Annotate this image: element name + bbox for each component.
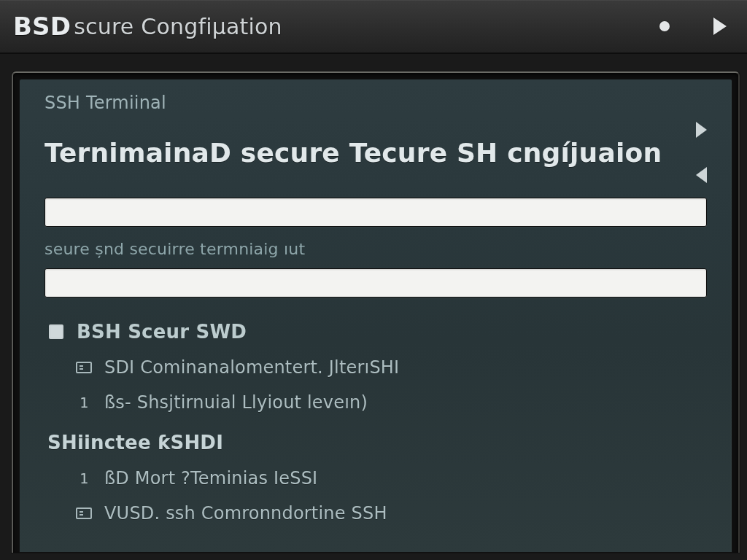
command-icon <box>75 359 93 376</box>
options-list: BSH Sceur SWD SDI Cominanalomentert. Jlt… <box>44 314 707 531</box>
option-section-2: SHiinctee ƙSHDI <box>44 424 707 461</box>
config-panel: SSH Termiinal TernimainaD secure Tecure … <box>19 79 732 553</box>
option-sub-3-label: ßD Mort ?Teminias IeSSI <box>104 468 317 489</box>
option-main[interactable]: BSH Sceur SWD <box>44 314 707 350</box>
panel-eyebrow: SSH Termiinal <box>44 93 707 113</box>
config-input-1[interactable] <box>44 198 707 227</box>
status-dot-icon[interactable] <box>659 21 670 31</box>
number-1-icon: 1 <box>75 394 93 411</box>
caret-right-icon[interactable] <box>696 122 707 138</box>
window-title-secondary: scure Congfiµation <box>74 14 282 39</box>
window-titlebar: BSD scure Congfiµation <box>0 0 747 54</box>
option-section-2-label: SHiinctee ƙSHDI <box>47 432 223 454</box>
play-icon[interactable] <box>713 18 727 35</box>
option-sub-4-label: VUSD. ssh Comronndortine SSH <box>104 503 387 524</box>
config-label-1: seure șnd secuirre termniaig ıut <box>44 240 707 258</box>
frame-shine <box>730 79 732 552</box>
option-sub-1-label: SDI Cominanalomentert. JlterıSHI <box>104 357 399 378</box>
option-sub-2-label: ßs- Shsjtirnuial Llyiout leveın) <box>104 392 368 413</box>
panel-heading-row: TernimainaD secure Tecure SH cngíjuaion <box>44 122 707 183</box>
option-sub-2[interactable]: 1 ßs- Shsjtirnuial Llyiout leveın) <box>72 385 707 420</box>
panel-heading: TernimainaD secure Tecure SH cngíjuaion <box>44 138 683 168</box>
option-sub-1[interactable]: SDI Cominanalomentert. JlterıSHI <box>72 350 707 385</box>
option-sub-4[interactable]: VUSD. ssh Comronndortine SSH <box>72 496 707 531</box>
panel-frame: SSH Termiinal TernimainaD secure Tecure … <box>12 71 740 553</box>
number-1-icon: 1 <box>75 470 93 487</box>
config-input-2[interactable] <box>44 268 707 298</box>
option-main-label: BSH Sceur SWD <box>77 321 247 343</box>
command-icon <box>75 505 93 522</box>
window-title-primary: BSD <box>13 12 71 41</box>
option-sub-3[interactable]: 1 ßD Mort ?Teminias IeSSI <box>72 461 707 496</box>
checkbox-icon[interactable] <box>47 323 65 341</box>
caret-left-icon[interactable] <box>696 167 707 183</box>
